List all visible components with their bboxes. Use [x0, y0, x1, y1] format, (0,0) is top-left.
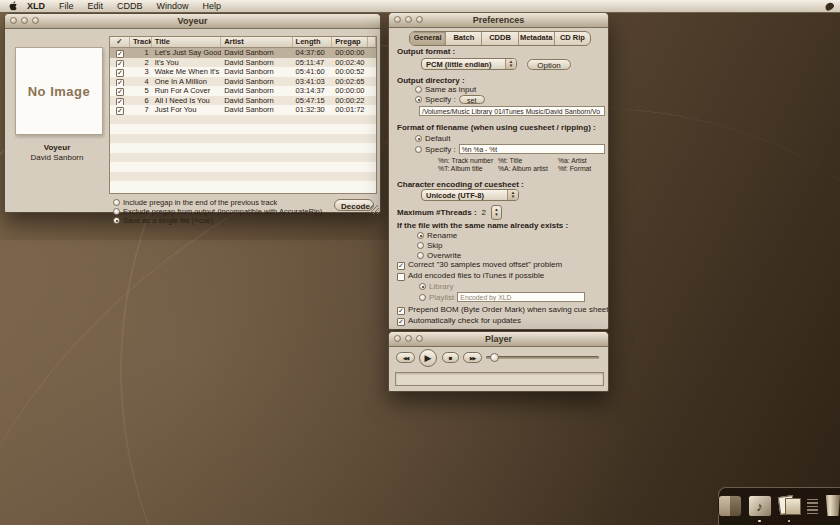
- format-legend-row1: %n: Track number%t: Title%a: Artist: [438, 157, 587, 164]
- tab-cddb[interactable]: CDDB: [482, 32, 518, 45]
- menu-bar: XLDFileEditCDDBWindowHelp: [0, 0, 840, 13]
- table-row[interactable]: ✓2It's YouDavid Sanborn05:11:4700:02:40: [110, 58, 376, 68]
- documents-dock-icon[interactable]: [778, 495, 800, 518]
- voyeur-titlebar[interactable]: Voyeur: [5, 14, 380, 29]
- itunes-playlist-option[interactable]: Playlist Encoded by XLD: [419, 292, 585, 302]
- track-title: All I Need Is You: [152, 96, 221, 106]
- track-checkbox-cell[interactable]: ✓: [110, 67, 130, 77]
- add-itunes-checkbox[interactable]: Add encoded files to iTunes if possible: [397, 271, 544, 280]
- track-artist: David Sanborn: [221, 58, 292, 68]
- track-checkbox-cell[interactable]: ✓: [110, 105, 130, 115]
- menu-item-edit[interactable]: Edit: [81, 0, 111, 13]
- minimize-button[interactable]: [405, 335, 412, 342]
- tab-metadata[interactable]: Metadata: [519, 32, 555, 45]
- filename-format-label: Format of filename (when using cuesheet …: [397, 123, 596, 132]
- minimize-button[interactable]: [21, 17, 28, 24]
- checkbox-icon: ✓: [116, 69, 124, 77]
- table-row[interactable]: ✓3Wake Me When It's OverDavid Sanborn05:…: [110, 67, 376, 77]
- seek-slider-track[interactable]: [486, 356, 599, 359]
- correct-offset-checkbox[interactable]: ✓ Correct "30 samples moved offset" prob…: [397, 260, 562, 269]
- minimize-button[interactable]: [405, 16, 412, 23]
- track-checkbox-cell[interactable]: ✓: [110, 96, 130, 106]
- itunes-library-option[interactable]: Library: [419, 282, 453, 291]
- track-length: 05:47:15: [293, 96, 333, 106]
- specify-directory-option[interactable]: Specify : set: [415, 95, 485, 104]
- filename-pattern-field[interactable]: %n %a - %t: [459, 144, 605, 154]
- track-length: 01:32:30: [293, 105, 333, 115]
- set-button[interactable]: set: [459, 95, 485, 104]
- player-titlebar[interactable]: Player: [389, 332, 608, 347]
- pregap-option-1[interactable]: Exclude pregap from output (incompatible…: [113, 207, 322, 216]
- seek-slider-knob[interactable]: [490, 353, 499, 362]
- track-artist: David Sanborn: [221, 77, 292, 87]
- threads-stepper[interactable]: ▲▼: [491, 205, 502, 220]
- play-button[interactable]: ▶: [419, 349, 437, 367]
- tab-cd-rip[interactable]: CD Rip: [555, 32, 590, 45]
- tab-general[interactable]: General: [410, 32, 446, 45]
- zoom-button[interactable]: [416, 16, 423, 23]
- menu-item-xld[interactable]: XLD: [20, 0, 52, 13]
- exists-option-overwrite[interactable]: Overwrite: [417, 251, 461, 260]
- column-header-Artist[interactable]: Artist: [221, 37, 292, 47]
- table-row[interactable]: ✓7Just For YouDavid Sanborn01:32:3000:01…: [110, 105, 376, 115]
- menu-extra-icon[interactable]: [824, 1, 835, 12]
- menu-item-file[interactable]: File: [52, 0, 81, 13]
- exists-option-label: Rename: [427, 231, 457, 240]
- trash-dock-icon[interactable]: [825, 495, 840, 518]
- output-format-dropdown[interactable]: PCM (little endian) ▲▼: [421, 58, 517, 70]
- table-row[interactable]: ✓1Let's Just Say GoodbyeDavid Sanborn04:…: [110, 48, 376, 58]
- trash-icon: [825, 495, 840, 516]
- checkbox-icon: [397, 273, 405, 281]
- track-title: It's You: [152, 58, 221, 68]
- previous-track-button[interactable]: ◀◀: [396, 352, 415, 363]
- menu-item-help[interactable]: Help: [196, 0, 229, 13]
- pregap-option-0[interactable]: Include pregap in the end of the previou…: [113, 198, 322, 207]
- column-header-Pregap[interactable]: Pregap: [332, 37, 368, 47]
- menu-item-cddb[interactable]: CDDB: [110, 0, 150, 13]
- finder-dock-icon[interactable]: [718, 495, 741, 518]
- close-button[interactable]: [10, 17, 17, 24]
- column-header-Length[interactable]: Length: [293, 37, 333, 47]
- menu-item-window[interactable]: Window: [150, 0, 196, 13]
- resize-grip[interactable]: [370, 205, 379, 214]
- track-checkbox-cell[interactable]: ✓: [110, 77, 130, 87]
- exists-option-skip[interactable]: Skip: [417, 241, 443, 250]
- track-number: 3: [130, 67, 152, 77]
- column-header-Title[interactable]: Title: [152, 37, 221, 47]
- track-checkbox-cell[interactable]: ✓: [110, 58, 130, 68]
- encoding-dropdown[interactable]: Unicode (UTF-8) ▲▼: [421, 189, 519, 201]
- apple-menu-icon[interactable]: [7, 1, 20, 11]
- track-checkbox-cell[interactable]: ✓: [110, 48, 130, 58]
- close-button[interactable]: [394, 16, 401, 23]
- decode-button[interactable]: Decode: [334, 199, 374, 211]
- track-checkbox-cell[interactable]: ✓: [110, 86, 130, 96]
- auto-update-checkbox[interactable]: ✓ Automatically check for updates: [397, 316, 521, 325]
- next-track-button[interactable]: ▶▶: [463, 352, 482, 363]
- output-path-field[interactable]: /Volumes/Music Library 01/iTunes Music/D…: [419, 106, 605, 116]
- preferences-titlebar[interactable]: Preferences: [389, 13, 608, 28]
- xld-dock-icon[interactable]: ♪: [748, 495, 771, 518]
- prepend-bom-checkbox[interactable]: ✓ Prepend BOM (Byte Order Mark) when sav…: [397, 305, 609, 314]
- column-header-Track[interactable]: Track: [130, 37, 152, 47]
- column-header-extra[interactable]: [368, 37, 376, 47]
- filename-specify-option[interactable]: Specify : %n %a - %t: [415, 144, 605, 154]
- radio-icon: [113, 217, 120, 224]
- tab-batch[interactable]: Batch: [446, 32, 482, 45]
- table-row[interactable]: ✓4One In A MillionDavid Sanborn03:41:030…: [110, 77, 376, 87]
- preferences-tabs: GeneralBatchCDDBMetadataCD Rip: [409, 31, 591, 46]
- close-button[interactable]: [394, 335, 401, 342]
- stop-button[interactable]: ■: [442, 352, 459, 363]
- zoom-button[interactable]: [416, 335, 423, 342]
- column-header-✓[interactable]: ✓: [110, 37, 130, 47]
- radio-icon: [415, 135, 422, 142]
- exists-option-rename[interactable]: Rename: [417, 231, 457, 240]
- zoom-button[interactable]: [32, 17, 39, 24]
- playlist-name-field[interactable]: Encoded by XLD: [457, 292, 585, 302]
- table-row[interactable]: ✓5Run For A CoverDavid Sanborn03:14:3700…: [110, 86, 376, 96]
- table-row[interactable]: ✓6All I Need Is YouDavid Sanborn05:47:15…: [110, 96, 376, 106]
- option-button[interactable]: Option: [527, 59, 571, 70]
- same-as-input-option[interactable]: Same as input: [415, 85, 476, 94]
- filename-default-option[interactable]: Default: [415, 134, 450, 143]
- pregap-option-2[interactable]: Save as a single file (+cue): [113, 216, 322, 225]
- radio-icon: [417, 252, 424, 259]
